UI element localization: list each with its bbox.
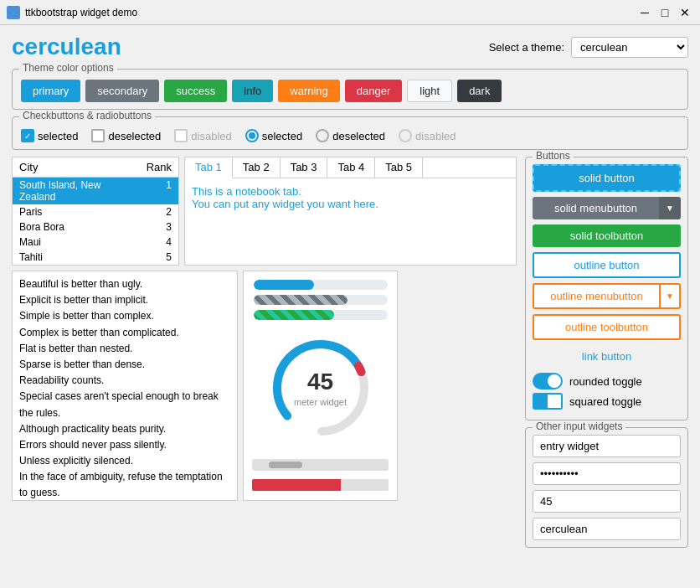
scrolltext[interactable]: Beautiful is better than ugly. Explicit … bbox=[12, 271, 238, 501]
combobox-input[interactable] bbox=[533, 518, 681, 539]
scrolltext-line: In the face of ambiguity, refuse the tem… bbox=[19, 469, 230, 501]
link-button[interactable]: link button bbox=[533, 345, 681, 368]
minimize-button[interactable]: ─ bbox=[636, 4, 653, 21]
app-icon bbox=[7, 6, 20, 19]
scrollbar-thumb bbox=[269, 462, 302, 468]
scrolltext-line: Errors should never pass silently. bbox=[19, 437, 230, 453]
squared-toggle[interactable] bbox=[533, 393, 563, 410]
tab-2[interactable]: Tab 2 bbox=[233, 157, 281, 178]
tab-5[interactable]: Tab 5 bbox=[375, 157, 423, 178]
scrolltext-line: Although practicality beats purity. bbox=[19, 421, 230, 437]
scrolltext-line: Sparse is better than dense. bbox=[19, 357, 230, 373]
progress-fill-1 bbox=[254, 280, 314, 290]
outline-button[interactable]: outline button bbox=[533, 252, 681, 278]
tab-header: Tab 1 Tab 2 Tab 3 Tab 4 Tab 5 bbox=[185, 157, 516, 178]
radio-deselected[interactable]: deselected bbox=[316, 129, 385, 142]
progress-fill-2 bbox=[254, 295, 347, 305]
tab-content-line2: You can put any widget you want here. bbox=[192, 198, 509, 210]
solid-menubutton-arrow[interactable]: ▼ bbox=[659, 197, 681, 219]
theme-colors-legend: Theme color options bbox=[19, 62, 117, 74]
solid-toolbutton[interactable]: solid toolbutton bbox=[533, 224, 681, 247]
meter-section: 45 meter widget bbox=[243, 271, 398, 501]
btn-secondary[interactable]: secondary bbox=[85, 80, 159, 102]
btn-dark[interactable]: dark bbox=[457, 80, 502, 102]
radio-disabled-label: disabled bbox=[415, 130, 456, 142]
table-cell-rank: 2 bbox=[128, 204, 178, 219]
radio-selected-icon bbox=[245, 129, 259, 142]
notebook: Tab 1 Tab 2 Tab 3 Tab 4 Tab 5 This is a … bbox=[184, 157, 517, 266]
maximize-button[interactable]: □ bbox=[656, 4, 673, 21]
checkradio-legend: Checkbuttons & radiobuttons bbox=[19, 110, 155, 121]
btn-success[interactable]: success bbox=[164, 80, 227, 102]
buttons-section: Buttons solid button solid menubutton ▼ … bbox=[525, 157, 688, 420]
solid-button[interactable]: solid button bbox=[533, 164, 681, 192]
checkradio-row: ✓ selected deselected disabled selected … bbox=[21, 129, 679, 142]
spinbox-input[interactable] bbox=[533, 491, 681, 512]
bottom-progress-bar bbox=[252, 479, 389, 491]
circular-meter: 45 meter widget bbox=[266, 333, 375, 442]
header-row: cerculean Select a theme: cerculean cosm… bbox=[12, 34, 688, 60]
checkbox-disabled-label: disabled bbox=[191, 130, 231, 142]
tab-3[interactable]: Tab 3 bbox=[281, 157, 328, 178]
table-row[interactable]: Maui 4 bbox=[13, 235, 178, 250]
table-cell-city: Tahiti bbox=[13, 250, 128, 265]
table-header: City Rank bbox=[13, 157, 178, 178]
full-layout: City Rank South Island, New Zealand 1 Pa… bbox=[12, 157, 688, 554]
radio-selected[interactable]: selected bbox=[245, 129, 302, 142]
progress-bar-2 bbox=[254, 295, 388, 305]
scrolltext-line: Beautiful is better than ugly. bbox=[19, 276, 230, 292]
table-cell-city: South Island, New Zealand bbox=[13, 178, 128, 204]
table-cell-rank: 1 bbox=[128, 178, 178, 204]
checkbox-unchecked-icon bbox=[91, 129, 105, 142]
buttons-legend: Buttons bbox=[533, 150, 574, 162]
checkbox-deselected[interactable]: deselected bbox=[91, 129, 161, 142]
rounded-toggle[interactable] bbox=[533, 373, 563, 389]
table-cell-city: Bora Bora bbox=[13, 219, 128, 235]
radio-disabled-icon bbox=[399, 129, 412, 142]
solid-menubutton[interactable]: solid menubutton bbox=[533, 197, 659, 219]
bottom-row: Beautiful is better than ugly. Explicit … bbox=[12, 271, 517, 501]
app-title: cerculean bbox=[12, 34, 121, 60]
checkbox-deselected-label: deselected bbox=[108, 130, 161, 142]
radio-selected-label: selected bbox=[262, 130, 302, 142]
meter-label: meter widget bbox=[294, 397, 347, 407]
radio-deselected-label: deselected bbox=[332, 130, 385, 142]
checkbox-checked-icon: ✓ bbox=[21, 129, 34, 142]
outline-toolbutton[interactable]: outline toolbutton bbox=[533, 314, 681, 340]
squared-toggle-row: squared toggle bbox=[533, 393, 681, 410]
tab-4[interactable]: Tab 4 bbox=[327, 157, 375, 178]
table-row[interactable]: South Island, New Zealand 1 bbox=[13, 178, 178, 204]
tab-1[interactable]: Tab 1 bbox=[185, 157, 233, 178]
scrolltext-line: Special cases aren't special enough to b… bbox=[19, 389, 230, 420]
rounded-toggle-row: rounded toggle bbox=[533, 373, 681, 389]
entry-widget[interactable] bbox=[533, 435, 681, 457]
col-city: City bbox=[13, 157, 128, 177]
main-content: cerculean Select a theme: cerculean cosm… bbox=[0, 25, 700, 588]
btn-danger[interactable]: danger bbox=[345, 80, 402, 102]
btn-info[interactable]: info bbox=[232, 80, 273, 102]
theme-selector[interactable]: cerculean cosmo flatly darkly bbox=[571, 37, 688, 58]
horizontal-scrollbar[interactable] bbox=[252, 459, 389, 471]
table-row[interactable]: Paris 2 bbox=[13, 204, 178, 219]
city-table: City Rank South Island, New Zealand 1 Pa… bbox=[12, 157, 179, 266]
theme-select-label: Select a theme: bbox=[489, 41, 564, 54]
meter-value: 45 meter widget bbox=[294, 369, 347, 408]
password-widget[interactable] bbox=[533, 462, 681, 485]
outline-menubutton[interactable]: outline menubutton bbox=[533, 283, 659, 309]
btn-primary[interactable]: primary bbox=[21, 80, 80, 102]
other-inputs-section: Other input widgets ▲ ▼ ▼ bbox=[525, 427, 688, 548]
top-row: City Rank South Island, New Zealand 1 Pa… bbox=[12, 157, 517, 266]
table-row[interactable]: Bora Bora 3 bbox=[13, 219, 178, 235]
theme-select-row: Select a theme: cerculean cosmo flatly d… bbox=[489, 37, 688, 58]
close-button[interactable]: ✕ bbox=[677, 4, 693, 21]
color-buttons-row: primary secondary success info warning d… bbox=[21, 80, 679, 102]
radio-unselected-icon bbox=[316, 129, 329, 142]
checkbox-selected[interactable]: ✓ selected bbox=[21, 129, 78, 142]
table-row[interactable]: Tahiti 5 bbox=[13, 250, 178, 265]
table-cell-city: Maui bbox=[13, 235, 128, 250]
btn-light[interactable]: light bbox=[407, 80, 452, 102]
outline-menubutton-arrow[interactable]: ▼ bbox=[659, 283, 681, 309]
spinbox: ▲ ▼ bbox=[533, 490, 681, 513]
other-inputs-legend: Other input widgets bbox=[533, 420, 625, 432]
btn-warning[interactable]: warning bbox=[278, 80, 340, 102]
